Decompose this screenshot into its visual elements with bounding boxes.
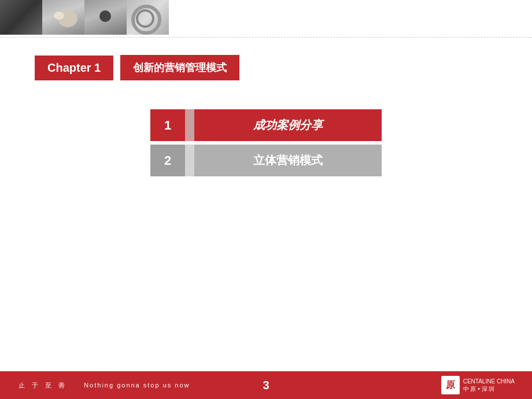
main-content: Chapter 1 创新的营销管理模式 1 成功案例分享 2 立体营销模式 [0,38,532,194]
footer-separator-1: 于 [32,381,39,390]
item-connector-2 [185,145,194,176]
item-connector-1 [185,109,194,141]
item-1-label-text: 成功案例分享 [253,117,323,133]
footer-right: 原 CENTALINE CHINA 中 原 • 深 圳 [441,376,515,394]
header-img-dark [0,0,42,35]
chapter-subtitle: 创新的营销管理模式 [120,55,239,80]
items-section: 1 成功案例分享 2 立体营销模式 [35,109,497,176]
item-row-2: 2 立体营销模式 [150,145,382,176]
centaline-line1: CENTALINE CHINA [463,378,515,385]
header-img-stones [42,0,84,35]
header-images [0,0,127,35]
item-label-2: 立体营销模式 [194,145,382,176]
chapter-badge-text: Chapter 1 [47,61,101,75]
footer-page-number: 3 [263,379,269,392]
centaline-line2: 中 原 • 深 圳 [463,385,515,393]
centaline-logo: 原 CENTALINE CHINA 中 原 • 深 圳 [441,376,515,394]
footer-separator-3: 善 [58,381,66,390]
footer: 止 于 至 善 Nothing gonna stop us now 3 原 CE… [0,371,532,399]
footer-motto-char-1: 止 [19,381,26,390]
centaline-icon-char: 原 [446,379,455,391]
item-number-2: 2 [150,145,185,176]
item-1-number: 1 [164,118,171,133]
centaline-icon: 原 [441,376,460,394]
chapter-row: Chapter 1 创新的营销管理模式 [35,55,497,80]
item-row-1: 1 成功案例分享 [150,109,382,141]
footer-separator-2: 至 [45,381,53,390]
centaline-text: CENTALINE CHINA 中 原 • 深 圳 [463,378,515,393]
header-img-spiral [127,0,169,35]
header-img-stone2 [84,0,127,35]
item-label-1: 成功案例分享 [194,109,382,141]
item-2-label-text: 立体营销模式 [253,153,323,168]
chapter-subtitle-text: 创新的营销管理模式 [133,62,227,73]
item-2-number: 2 [164,153,171,168]
item-number-1: 1 [150,109,185,141]
footer-left: 止 于 至 善 Nothing gonna stop us now [17,381,191,390]
footer-tagline: Nothing gonna stop us now [84,382,190,389]
chapter-badge: Chapter 1 [35,56,113,80]
